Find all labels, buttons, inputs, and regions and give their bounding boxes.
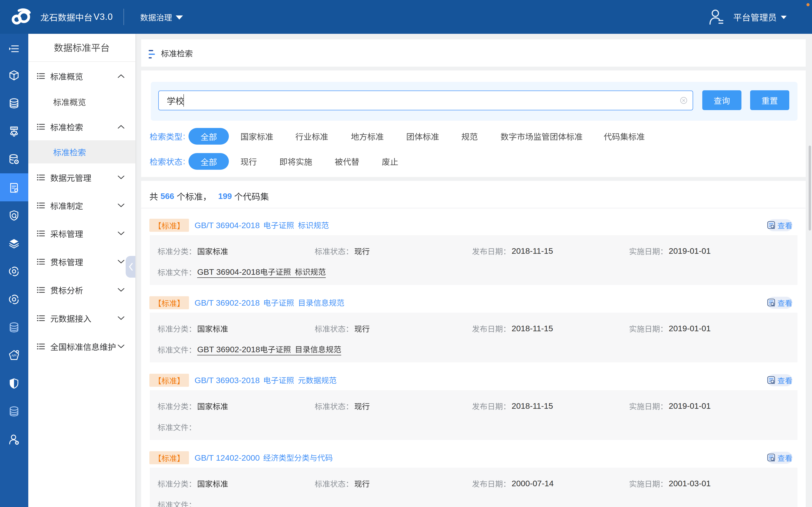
- svg-text:DATA: DATA: [11, 127, 17, 129]
- svg-text:API: API: [12, 354, 17, 357]
